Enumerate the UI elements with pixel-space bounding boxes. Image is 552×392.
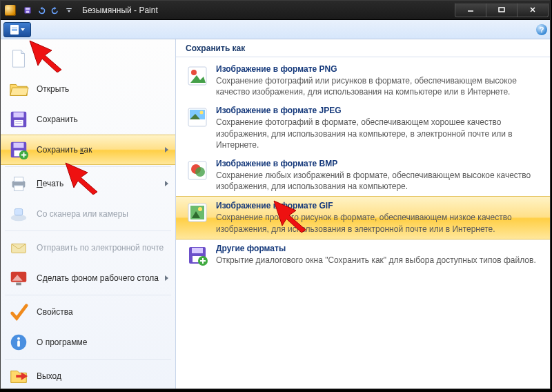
svg-marker-5	[55, 6, 57, 10]
svg-rect-2	[26, 8, 30, 10]
svg-rect-25	[14, 209, 22, 215]
printer-icon	[8, 173, 30, 195]
format-other[interactable]: Другие форматы Открытие диалогового окна…	[176, 239, 550, 271]
about-info-icon	[8, 331, 30, 353]
new-file-icon	[8, 48, 30, 70]
menu-item-open[interactable]: Открыть	[1, 74, 175, 104]
svg-point-35	[191, 70, 197, 75]
submenu-arrow-icon	[165, 181, 168, 186]
menu-item-exit[interactable]: Выход	[1, 361, 175, 391]
quick-access-toolbar	[21, 4, 75, 17]
svg-rect-29	[16, 283, 21, 286]
svg-point-47	[198, 207, 202, 211]
format-gif[interactable]: Изображение в формате GIF Сохранение про…	[176, 196, 550, 239]
maximize-button[interactable]	[486, 3, 518, 17]
format-title: Другие форматы	[216, 244, 536, 253]
svg-point-43	[195, 167, 205, 177]
menu-item-label: Отправить по электронной почте	[37, 243, 164, 253]
open-folder-icon	[8, 78, 30, 100]
window-title: Безымянный - Paint	[82, 6, 158, 15]
svg-rect-22	[14, 177, 23, 182]
file-menu-button[interactable]	[3, 22, 31, 37]
scanner-icon	[8, 203, 30, 225]
chevron-down-icon	[21, 28, 25, 31]
properties-checkmark-icon	[8, 301, 30, 323]
submenu-arrow-icon	[165, 147, 168, 153]
ribbon-bar: ?	[1, 20, 550, 39]
jpeg-icon	[186, 106, 209, 129]
other-formats-icon	[186, 244, 209, 267]
exit-icon	[8, 365, 30, 387]
menu-separator	[5, 231, 171, 231]
menu-separator	[5, 295, 171, 295]
format-desc: Сохранение простого рисунок в формате, о…	[216, 212, 540, 234]
qat-redo-button[interactable]	[49, 4, 61, 17]
menu-item-about[interactable]: О программе	[1, 327, 175, 357]
svg-rect-15	[15, 121, 21, 122]
menu-item-from-scanner: Со сканера или камеры	[1, 199, 175, 229]
svg-marker-7	[68, 10, 71, 12]
svg-rect-13	[14, 112, 24, 118]
menu-item-label: Сохранить как	[37, 145, 92, 155]
save-floppy-icon	[8, 108, 30, 130]
menu-item-label: Сделать фоном рабочего стола	[37, 273, 159, 283]
window-controls	[455, 3, 549, 17]
pane-header: Сохранить как	[176, 39, 550, 57]
format-png[interactable]: Изображение в формате PNG Сохранение фот…	[176, 60, 550, 101]
paint-window: Безымянный - Paint ?	[0, 0, 551, 389]
svg-rect-32	[17, 340, 20, 346]
minimize-button[interactable]	[455, 3, 486, 17]
bmp-icon	[186, 159, 209, 182]
format-title: Изображение в формате PNG	[216, 64, 540, 74]
menu-item-set-desktop-bg[interactable]: Сделать фоном рабочего стола	[1, 263, 175, 293]
format-desc: Открытие диалогового окна "Сохранить как…	[216, 255, 536, 266]
menu-separator	[5, 359, 171, 360]
menu-separator	[5, 166, 171, 167]
help-button[interactable]: ?	[536, 24, 547, 35]
format-desc: Сохранение фотографий в формате, обеспеч…	[216, 117, 540, 150]
format-bmp[interactable]: Изображение в формате BMP Сохранение люб…	[176, 155, 550, 196]
save-as-pane: Сохранить как Изображение в формате PNG …	[176, 39, 550, 389]
menu-item-label: Открыть	[37, 84, 69, 94]
close-button[interactable]	[517, 3, 549, 17]
qat-undo-button[interactable]	[35, 4, 48, 17]
format-desc: Сохранение любых изображений в формате, …	[216, 170, 540, 192]
menu-item-print[interactable]: Печать	[1, 168, 175, 199]
qat-customize-button[interactable]	[63, 4, 75, 17]
menu-item-label: О программе	[37, 337, 87, 347]
format-title: Изображение в формате BMP	[216, 159, 540, 168]
menu-item-save[interactable]: Сохранить	[1, 104, 175, 135]
menu-item-label: Печать	[37, 179, 63, 188]
svg-point-31	[17, 337, 20, 340]
menu-item-label: Свойства	[37, 307, 73, 317]
menu-item-label: Выход	[37, 371, 61, 381]
svg-marker-4	[41, 6, 43, 10]
format-jpeg[interactable]: Изображение в формате JPEG Сохранение фо…	[176, 101, 550, 155]
svg-rect-3	[26, 10, 30, 12]
file-icon	[10, 25, 19, 35]
save-as-format-list: Изображение в формате PNG Сохранение фот…	[176, 57, 550, 274]
email-icon	[8, 237, 30, 259]
menu-item-new[interactable]	[1, 43, 175, 74]
submenu-arrow-icon	[165, 275, 168, 281]
svg-point-40	[200, 111, 204, 115]
svg-rect-49	[192, 248, 203, 253]
gif-icon	[186, 201, 209, 224]
menu-item-save-as[interactable]: Сохранить как	[1, 135, 175, 165]
menu-item-properties[interactable]: Свойства	[1, 297, 175, 327]
png-icon	[186, 64, 209, 88]
menu-item-email: Отправить по электронной почте	[1, 233, 175, 263]
paint-app-icon	[5, 5, 16, 16]
titlebar: Безымянный - Paint	[1, 1, 550, 20]
qat-save-button[interactable]	[21, 4, 34, 17]
svg-rect-18	[14, 143, 24, 148]
svg-rect-23	[14, 186, 23, 191]
svg-rect-9	[499, 8, 504, 12]
file-backstage: Открыть Сохранить Сохранить как	[1, 39, 550, 389]
format-title: Изображение в формате GIF	[216, 201, 540, 210]
svg-rect-6	[66, 8, 72, 9]
format-title: Изображение в формате JPEG	[216, 106, 540, 115]
format-desc: Сохранение фотографий или рисунков в фор…	[216, 75, 540, 97]
save-as-icon	[8, 139, 30, 161]
svg-rect-16	[15, 123, 21, 124]
